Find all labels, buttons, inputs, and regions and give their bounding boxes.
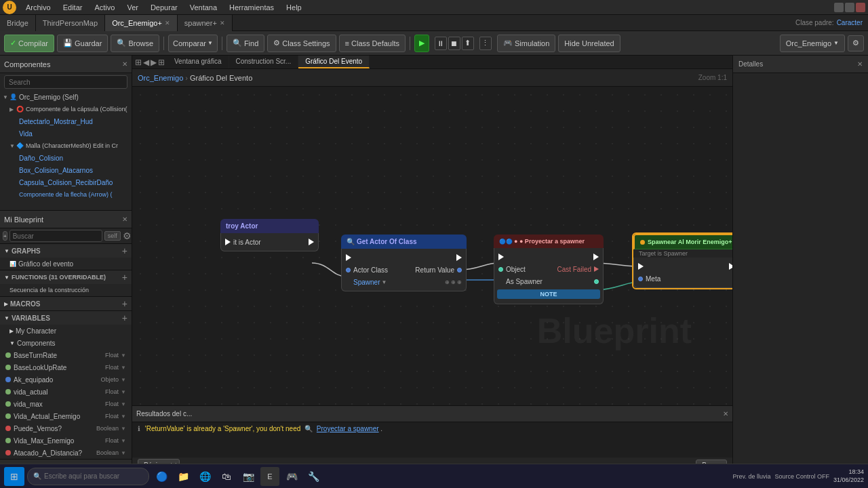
hide-unrelated-button[interactable]: Hide Unrelated	[558, 35, 620, 52]
tree-item-5[interactable]: Daño_Colision	[0, 152, 132, 164]
step-button[interactable]: ⬆	[462, 37, 474, 50]
bottom-link[interactable]: Proyectar a spawner	[317, 425, 379, 432]
self-badge[interactable]: self	[104, 231, 121, 241]
bottom-close-icon[interactable]: ✕	[723, 410, 728, 418]
getactor-pin-btn-2[interactable]: ⊕	[451, 279, 456, 285]
tree-item-6[interactable]: Box_Colision_Atacarnos	[0, 164, 132, 176]
node-cast-spawner[interactable]: 🔵🔵 ● ● Proyectar a spawner Object Cast F…	[494, 235, 604, 304]
tab-thirdpersonmap[interactable]: ThirdPersonMap	[36, 15, 105, 31]
taskbar-epic[interactable]: E	[260, 467, 279, 486]
taskbar-store[interactable]: 🛍	[217, 467, 236, 486]
forward-icon[interactable]: ▶	[151, 58, 157, 67]
taskbar-cortana[interactable]: 🔵	[152, 467, 171, 486]
tab-grafico-evento[interactable]: Gráfico Del Evento	[298, 56, 370, 68]
menu-depurar[interactable]: Depurar	[145, 2, 183, 13]
taskbar-search-input[interactable]	[44, 472, 132, 480]
functions-section[interactable]: ▼ FUNCTIONS (31 OVERRIDABLE) +	[0, 270, 132, 284]
graphs-event-item[interactable]: 📊 Gráfico del evento	[0, 258, 132, 270]
variable-item-5[interactable]: Vida_Actual_Enemigo Float ▼	[0, 410, 132, 422]
taskbar-app1[interactable]: 🎮	[282, 467, 301, 486]
variable-item-7[interactable]: Vida_Max_Enemigo Float ▼	[0, 434, 132, 447]
menu-ver[interactable]: Ver	[121, 2, 144, 13]
canvas-area[interactable]: Blueprint troy Actor	[132, 87, 732, 405]
functions-add-icon[interactable]: +	[122, 272, 127, 282]
tree-item-2[interactable]: Detectarlo_Mostrar_Hud	[0, 115, 132, 127]
tree-item-3[interactable]: Vida	[0, 127, 132, 140]
functions-construction-item[interactable]: Secuencia de la construcción	[0, 284, 132, 296]
tab-orc-enemigo[interactable]: Orc_Enemigo+ ✕	[105, 15, 178, 31]
variables-add-icon[interactable]: +	[122, 313, 127, 323]
grid-view-icon[interactable]: ⊞	[135, 58, 142, 67]
tab-construction[interactable]: Construction Scr...	[229, 56, 299, 68]
bp-search-input[interactable]	[9, 230, 102, 242]
menu-help[interactable]: Help	[281, 2, 307, 13]
graphs-section[interactable]: ▼ GRAPHS +	[0, 243, 132, 258]
class-settings-button[interactable]: ⚙ Class Settings	[267, 35, 336, 52]
tab-close-orc[interactable]: ✕	[165, 20, 170, 26]
minimize-button[interactable]	[834, 3, 844, 12]
compare-button[interactable]: Comparar ▼	[168, 35, 218, 52]
breadcrumb-icon[interactable]: ⊞	[158, 58, 165, 67]
variables-section[interactable]: ▼ VARIABLES +	[0, 310, 132, 325]
save-button[interactable]: 💾 Guardar	[57, 35, 108, 52]
my-character-section[interactable]: ▶ My Character	[0, 325, 132, 337]
tab-spawner[interactable]: spawner+ ✕	[178, 15, 233, 31]
play-button[interactable]: ▶	[414, 35, 429, 52]
node-spawn-enemy[interactable]: Spawnear Al Morir Enemigo+ Target is Spa…	[632, 232, 732, 289]
tab-ventana-grafica[interactable]: Ventana gráfica	[167, 56, 229, 68]
details-close-icon[interactable]: ✕	[857, 60, 863, 68]
taskbar-app2[interactable]: 🔧	[304, 467, 323, 486]
menu-archivo[interactable]: Archivo	[20, 2, 56, 13]
compile-button[interactable]: ✓ Compilar	[4, 35, 54, 52]
more-options-button[interactable]: ⋮	[479, 37, 492, 50]
node-get-actor[interactable]: 🔍 Get Actor Of Class Actor Class Return …	[341, 235, 467, 291]
pause-button[interactable]: ⏸	[435, 37, 447, 50]
browse-button[interactable]: 🔍 Browse	[111, 35, 159, 52]
getactor-pin-btn-1[interactable]: ⊕	[445, 279, 450, 285]
tree-item-8[interactable]: Componente de la flecha (Arrow) (	[0, 188, 132, 201]
bp-settings-icon[interactable]: ⚙	[123, 230, 132, 241]
macros-section[interactable]: ▶ MACROS +	[0, 296, 132, 310]
cast-note-label[interactable]: NOTE	[497, 289, 600, 299]
menu-editar[interactable]: Editar	[58, 2, 88, 13]
graphs-add-icon[interactable]: +	[122, 246, 127, 256]
variable-item-3[interactable]: vida_actual Float ▼	[0, 386, 132, 398]
taskbar-files[interactable]: 📁	[174, 467, 193, 486]
tree-item-0[interactable]: ▼ 👤 Orc_Enemigo (Self)	[0, 91, 132, 103]
bp-add-button[interactable]: +	[3, 231, 7, 241]
variable-item-6[interactable]: Puede_Vernos? Boolean ▼	[0, 422, 132, 434]
close-button[interactable]	[856, 3, 865, 12]
find-button[interactable]: 🔍 Find	[226, 35, 264, 52]
class-defaults-button[interactable]: ≡ Class Defaults	[339, 35, 406, 52]
components-search-input[interactable]	[4, 75, 127, 89]
breadcrumb-root[interactable]: Orc_Enemigo	[138, 74, 183, 82]
stop-button[interactable]: ⏹	[448, 37, 460, 50]
extra-button[interactable]: ⚙	[848, 35, 864, 52]
node-destroy-actor[interactable]: troy Actor it is Actor	[220, 219, 319, 251]
maximize-button[interactable]	[845, 3, 854, 12]
components-close-icon[interactable]: ✕	[122, 60, 127, 68]
macros-add-icon[interactable]: +	[122, 299, 127, 308]
taskbar-photos[interactable]: 📷	[239, 467, 258, 486]
tree-item-7[interactable]: Capsula_Colision_RecibirDaño	[0, 176, 132, 188]
orc-enemigo-badge[interactable]: Orc_Enemigo ▼	[780, 35, 845, 52]
tree-item-1[interactable]: ▶ ⭕ Componente de la cápsula (Collision(	[0, 103, 132, 115]
tab-close-spawner[interactable]: ✕	[220, 20, 225, 26]
variable-item-8[interactable]: Atacado_A_Distancia? Boolean ▼	[0, 447, 132, 459]
variable-item-1[interactable]: BaseLookUpRate Float ▼	[0, 361, 132, 373]
simulation-button[interactable]: 🎮 Simulation	[497, 35, 555, 52]
bp-panel-close-icon[interactable]: ✕	[122, 216, 127, 223]
taskbar-edge[interactable]: 🌐	[195, 467, 214, 486]
tree-item-4[interactable]: ▼ 🔷 Malla (CharacterMesh0) Edit in Cr	[0, 140, 132, 152]
menu-herramientas[interactable]: Herramientas	[224, 2, 279, 13]
back-icon[interactable]: ◀	[143, 58, 149, 67]
variable-item-0[interactable]: BaseTurnRate Float ▼	[0, 349, 132, 361]
tab-bridge[interactable]: Bridge	[0, 15, 36, 31]
variable-item-2[interactable]: Ak_equipado Objeto ▼	[0, 373, 132, 386]
menu-activo[interactable]: Activo	[89, 2, 120, 13]
menu-ventana[interactable]: Ventana	[184, 2, 222, 13]
components-section[interactable]: ▼ Components	[0, 337, 132, 349]
getactor-pin-btn-3[interactable]: ⊕	[457, 279, 462, 285]
variable-item-4[interactable]: vida_max Float ▼	[0, 398, 132, 410]
start-button[interactable]: ⊞	[4, 467, 24, 486]
